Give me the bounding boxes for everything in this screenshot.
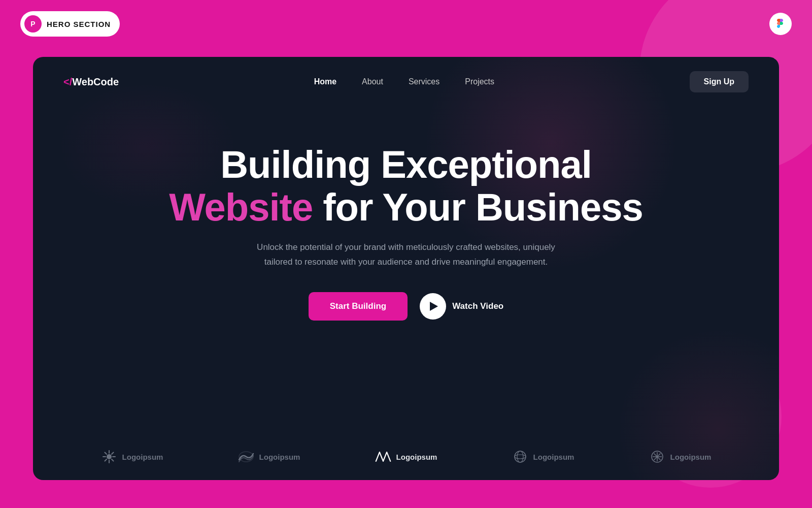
hero-buttons: Start Building Watch Video	[309, 292, 504, 321]
nav-link-services[interactable]: Services	[409, 77, 439, 86]
svg-point-11	[517, 451, 523, 462]
hero-title-line1: Building Exceptional	[169, 143, 643, 186]
svg-point-10	[515, 451, 526, 462]
start-building-button[interactable]: Start Building	[309, 292, 408, 321]
logo-item-1: Logoipsum	[101, 449, 163, 465]
nav-link-home[interactable]: Home	[314, 77, 336, 86]
badge-icon: P	[24, 15, 42, 33]
logo-item-3: Logoipsum	[375, 449, 437, 465]
logo-icon-5	[649, 449, 665, 465]
hero-content: Building Exceptional Website for Your Bu…	[33, 103, 779, 321]
hero-title: Building Exceptional Website for Your Bu…	[169, 143, 643, 228]
nav-link-about[interactable]: About	[362, 77, 383, 86]
main-card: </ WebCode Home About Services Projects …	[33, 57, 779, 480]
logo-name-4: Logoipsum	[533, 453, 574, 461]
svg-line-8	[105, 459, 107, 461]
logo-item-2: Logoipsum	[238, 449, 300, 465]
play-icon	[430, 302, 438, 311]
logo-icon-1	[101, 449, 117, 465]
hero-subtitle: Unlock the potential of your brand with …	[254, 240, 558, 270]
logo-name-2: Logoipsum	[259, 453, 300, 461]
figma-icon	[769, 13, 792, 35]
hero-title-line2: Website for Your Business	[169, 186, 643, 229]
badge-letter: P	[30, 20, 35, 28]
navbar: </ WebCode Home About Services Projects …	[33, 57, 779, 103]
nav-link-projects[interactable]: Projects	[465, 77, 494, 86]
logo-icon-2	[238, 449, 254, 465]
logo-name-3: Logoipsum	[396, 453, 437, 461]
top-bar: P HERO SECTION	[0, 11, 812, 37]
logo-name-5: Logoipsum	[670, 453, 712, 461]
svg-line-7	[112, 453, 114, 455]
play-circle	[420, 293, 446, 320]
logos-section: Logoipsum Logoipsum Logoipsum	[33, 449, 779, 465]
logo-item-5: Logoipsum	[649, 449, 712, 465]
badge-label: HERO SECTION	[47, 20, 111, 28]
svg-line-5	[105, 453, 107, 455]
logo-item-4: Logoipsum	[512, 449, 574, 465]
logo[interactable]: </ WebCode	[63, 76, 119, 88]
logo-icon-3	[375, 449, 391, 465]
svg-point-12	[515, 455, 526, 459]
watch-video-button[interactable]: Watch Video	[420, 293, 503, 320]
hero-title-highlight: Website	[169, 185, 313, 229]
logo-bracket: </	[63, 76, 72, 88]
logo-icon-4	[512, 449, 528, 465]
logo-text: WebCode	[72, 76, 119, 88]
svg-point-0	[107, 454, 112, 459]
hero-title-rest: for Your Business	[313, 185, 643, 229]
hero-section-badge: P HERO SECTION	[20, 11, 120, 37]
signup-button[interactable]: Sign Up	[690, 71, 749, 92]
svg-line-6	[112, 459, 114, 461]
nav-links: Home About Services Projects	[314, 77, 494, 86]
watch-video-label: Watch Video	[452, 301, 503, 311]
logo-name-1: Logoipsum	[122, 453, 163, 461]
